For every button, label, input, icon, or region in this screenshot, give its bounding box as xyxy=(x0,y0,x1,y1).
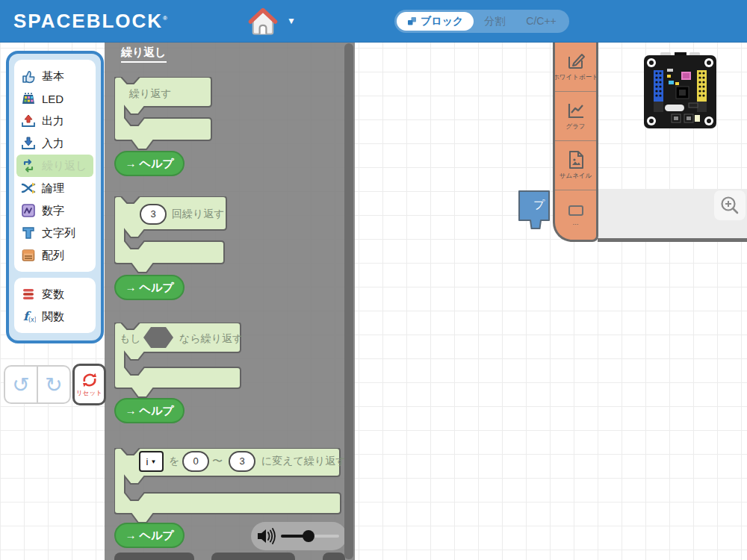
sidebar-item-label: 出力 xyxy=(42,114,64,128)
redo-button[interactable]: ↻ xyxy=(38,367,69,402)
graph-icon xyxy=(566,101,586,120)
sidebar-item-label: LED xyxy=(42,93,63,105)
sidebar-item-logic[interactable]: 論理 xyxy=(16,177,93,199)
sidebar-item-label: 関数 xyxy=(42,310,64,324)
help-button[interactable]: → ヘルプ xyxy=(114,275,185,300)
logic-icon xyxy=(21,181,36,196)
sidebar-item-label: 論理 xyxy=(42,181,64,196)
more-icon xyxy=(567,205,585,217)
top-bar: SPACEBLOCK® ▼ ブロック 分割 C/C++ xyxy=(0,0,747,43)
side-tab-label: … xyxy=(572,219,579,226)
sidebar-item-string[interactable]: 文字列 xyxy=(16,222,93,244)
led-matrix-icon xyxy=(21,91,36,106)
block-label[interactable]: 繰り返す xyxy=(129,87,172,101)
help-button[interactable]: → ヘルプ xyxy=(114,523,185,548)
side-tab-label: ホワイトボード xyxy=(553,73,598,82)
undo-redo-group: ↺ ↻ xyxy=(4,365,71,404)
side-tab-more[interactable]: … xyxy=(555,190,596,240)
condition-slot[interactable] xyxy=(143,327,173,348)
side-tab-label: グラフ xyxy=(565,122,585,131)
sidebar-item-array[interactable]: 配列 xyxy=(16,244,93,267)
sidebar-item-label: 配列 xyxy=(42,249,64,263)
sidebar-item-label: 変数 xyxy=(42,287,64,302)
sidebar-item-label: 文字列 xyxy=(42,226,75,240)
workspace-side-tabs: ホワイトボード グラフ サムネイル … xyxy=(553,43,598,242)
trademark-mark: ® xyxy=(163,15,167,22)
category-group-main: 基本 LED 出力 xyxy=(14,60,96,272)
input-icon xyxy=(21,136,36,151)
volume-control xyxy=(251,522,347,550)
partial-block[interactable] xyxy=(211,553,295,560)
sidebar-item-label: 入力 xyxy=(42,137,64,151)
output-icon xyxy=(21,113,36,128)
category-group-advanced: 変数 f (x) 関数 xyxy=(14,278,96,333)
function-icon: f (x) xyxy=(21,309,36,324)
chevron-down-icon: ▼ xyxy=(150,458,156,465)
sidebar-item-label: 数字 xyxy=(42,204,64,218)
side-tab-graph[interactable]: グラフ xyxy=(555,92,596,141)
number-icon xyxy=(21,203,36,218)
zoom-in-button[interactable] xyxy=(714,190,746,220)
side-tab-label: サムネイル xyxy=(560,172,592,181)
side-tab-thumbnail[interactable]: サムネイル xyxy=(555,141,596,190)
program-tab[interactable]: プ xyxy=(518,190,550,235)
sidebar-item-label: 基本 xyxy=(42,69,64,84)
sidebar-item-led[interactable]: LED xyxy=(16,87,93,110)
device-board-image xyxy=(644,52,716,130)
block-label[interactable]: 〜 xyxy=(212,455,223,468)
array-icon xyxy=(21,248,36,263)
reset-label: リセット xyxy=(76,389,102,398)
flyout-title: 繰り返し xyxy=(121,46,167,63)
view-mode-tabs: ブロック 分割 C/C++ xyxy=(394,10,569,33)
variable-icon xyxy=(21,287,36,302)
program-tab-label: プ xyxy=(533,198,545,212)
partial-block[interactable] xyxy=(323,553,345,560)
partial-block[interactable] xyxy=(114,553,194,560)
block-label[interactable]: 回繰り返す xyxy=(172,208,225,221)
undo-icon: ↺ xyxy=(12,373,29,397)
tab-block[interactable]: ブロック xyxy=(397,12,474,31)
loop-variable-dropdown[interactable]: i ▼ xyxy=(139,451,164,472)
count-value-field[interactable]: 3 xyxy=(140,204,167,225)
undo-button[interactable]: ↺ xyxy=(5,367,38,402)
block-label[interactable]: なら繰り返す xyxy=(179,332,243,346)
sidebar-item-output[interactable]: 出力 xyxy=(16,110,93,132)
repeat-icon xyxy=(21,158,36,173)
home-icon xyxy=(247,6,279,37)
app-logo: SPACEBLOCK® xyxy=(13,10,167,33)
side-tab-whiteboard[interactable]: ホワイトボード xyxy=(555,43,596,92)
home-button[interactable] xyxy=(247,6,279,37)
flyout-scrollbar[interactable] xyxy=(344,43,353,559)
volume-slider-track-rest[interactable] xyxy=(314,535,339,538)
sidebar-item-number[interactable]: 数字 xyxy=(16,199,93,222)
block-flyout: 繰り返し 繰り返す → ヘルプ 3 回繰り返す → ヘルプ もし なら繰り返す … xyxy=(105,43,355,560)
help-button[interactable]: → ヘルプ xyxy=(114,398,185,423)
sidebar-item-label: 繰り返し xyxy=(42,159,87,173)
from-value-field[interactable]: 0 xyxy=(182,451,209,472)
reset-icon xyxy=(81,372,99,388)
tab-split[interactable]: 分割 xyxy=(474,12,515,31)
block-label[interactable]: もし xyxy=(120,332,141,346)
thumb-icon xyxy=(21,69,36,84)
home-caret-down-icon[interactable]: ▼ xyxy=(287,16,296,26)
whiteboard-icon xyxy=(566,52,586,71)
to-value-field[interactable]: 3 xyxy=(229,451,255,472)
tab-block-label: ブロック xyxy=(421,12,463,31)
svg-text:(x): (x) xyxy=(28,317,36,323)
block-label[interactable]: に変えて繰り返す xyxy=(261,455,347,468)
thumbnail-icon xyxy=(566,150,586,169)
sidebar-item-function[interactable]: f (x) 関数 xyxy=(16,305,93,328)
sidebar-item-repeat[interactable]: 繰り返し xyxy=(16,155,93,177)
block-label[interactable]: を xyxy=(169,455,179,468)
help-button[interactable]: → ヘルプ xyxy=(114,151,185,176)
string-icon xyxy=(21,225,36,240)
block-category-sidebar: 基本 LED 出力 xyxy=(6,51,104,343)
sidebar-item-variable[interactable]: 変数 xyxy=(16,283,93,305)
volume-slider-knob[interactable] xyxy=(303,530,314,542)
reset-button[interactable]: リセット xyxy=(72,364,106,405)
zoom-in-icon xyxy=(719,195,740,216)
tab-cpp[interactable]: C/C++ xyxy=(515,12,566,31)
sidebar-item-basic[interactable]: 基本 xyxy=(16,65,93,87)
sidebar-item-input[interactable]: 入力 xyxy=(16,132,93,155)
speaker-icon[interactable] xyxy=(255,526,278,546)
